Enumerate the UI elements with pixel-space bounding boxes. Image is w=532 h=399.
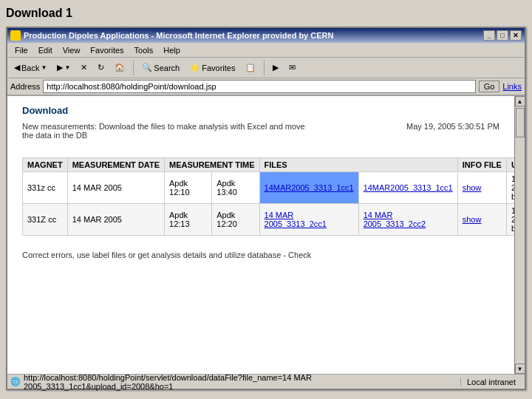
menu-edit[interactable]: Edit bbox=[34, 44, 57, 56]
cell-time-start-2: Apdk 12:13 bbox=[165, 204, 212, 236]
favorites-icon: ⭐ bbox=[190, 63, 200, 72]
cell-files-2[interactable]: 14 MAR 2005_3313_2cc1 bbox=[259, 204, 358, 236]
cell-time-end-2: Apdk 12:20 bbox=[212, 204, 259, 236]
menu-bar: File Edit View Favorites Tools Help bbox=[7, 43, 525, 58]
home-button[interactable]: 🏠 bbox=[111, 61, 129, 75]
cell-magnet-1: 331z cc bbox=[23, 172, 68, 204]
title-bar-left: Production Dipoles Applications - Micros… bbox=[10, 30, 333, 41]
table-row: 331Z cc 14 MAR 2005 Apdk 12:13 Apdk 12:2… bbox=[23, 204, 525, 236]
col-files: FILES bbox=[259, 158, 457, 172]
data-table: MAGNET MEASUREMENT DATE MEASUREMENT TIME… bbox=[22, 157, 525, 236]
favorites-label: Favorites bbox=[202, 64, 235, 72]
menu-tools[interactable]: Tools bbox=[130, 44, 158, 56]
stop-icon: ✕ bbox=[81, 63, 87, 72]
close-button[interactable]: ✕ bbox=[510, 30, 522, 41]
col-meas-time: MEASUREMENT TIME bbox=[165, 158, 260, 172]
title-bar: Production Dipoles Applications - Micros… bbox=[7, 28, 525, 43]
cell-magnet-2: 331Z cc bbox=[23, 204, 68, 236]
browser-icon bbox=[10, 30, 21, 41]
status-icon: 🌐 bbox=[10, 377, 21, 386]
page-subtitle: New measurements: Download the files to … bbox=[22, 122, 309, 140]
refresh-icon: ↻ bbox=[98, 63, 104, 72]
minimize-button[interactable]: _ bbox=[483, 30, 495, 41]
cell-time-end-1: Apdk 13:40 bbox=[212, 172, 259, 204]
cell-time-start-1: Apdk 12:10 bbox=[165, 172, 212, 204]
menu-file[interactable]: File bbox=[10, 44, 33, 56]
menu-favorites[interactable]: Favorites bbox=[86, 44, 128, 56]
status-zone: Local intranet bbox=[460, 378, 522, 386]
title-bar-controls: _ □ ✕ bbox=[483, 30, 522, 41]
status-bar: 🌐 http://localhost:8080/holdingPoint/ser… bbox=[7, 374, 525, 389]
go-button[interactable]: Go bbox=[479, 81, 500, 92]
favorites-button[interactable]: ⭐ Favorites bbox=[186, 61, 239, 75]
history-button[interactable]: 📋 bbox=[242, 61, 259, 75]
back-label: Back bbox=[21, 64, 39, 72]
col-info-file: INFO FILE bbox=[457, 158, 506, 172]
links-label[interactable]: Links bbox=[502, 82, 522, 91]
scroll-down-button[interactable]: ▼ bbox=[515, 364, 525, 374]
maximize-button[interactable]: □ bbox=[497, 30, 508, 41]
content-area: Download New measurements: Download the … bbox=[7, 96, 525, 374]
cell-files2-1[interactable]: 14MAR2005_3313_1cc1 bbox=[358, 172, 457, 204]
menu-help[interactable]: Help bbox=[159, 44, 185, 56]
search-label: Search bbox=[154, 64, 180, 72]
scroll-thumb[interactable] bbox=[516, 108, 525, 137]
page-date: May 19, 2005 5:30:51 PM bbox=[406, 122, 499, 131]
address-input[interactable] bbox=[43, 80, 475, 93]
forward-arrow-icon: ▶ bbox=[57, 63, 63, 72]
col-meas-date: MEASUREMENT DATE bbox=[67, 158, 164, 172]
home-icon: 🏠 bbox=[115, 63, 125, 72]
footer-note: Correct errors, use label files or get a… bbox=[22, 250, 499, 259]
cell-info-2[interactable]: show bbox=[457, 204, 506, 236]
cell-files2-2[interactable]: 14 MAR 2005_3313_2cc2 bbox=[358, 204, 457, 236]
back-arrow-icon: ◀ bbox=[14, 63, 20, 72]
browser-title: Production Dipoles Applications - Micros… bbox=[24, 31, 333, 40]
back-dropdown-icon: ▼ bbox=[41, 64, 47, 71]
toolbar-sep1 bbox=[133, 61, 134, 75]
cell-info-1[interactable]: show bbox=[457, 172, 506, 204]
menu-view[interactable]: View bbox=[58, 44, 85, 56]
forward-dropdown-icon: ▼ bbox=[64, 64, 70, 71]
col-magnet: MAGNET bbox=[23, 158, 68, 172]
page-label: Download 1 bbox=[0, 0, 532, 27]
page-title: Download bbox=[22, 105, 499, 116]
scrollbar[interactable]: ▲ ▼ bbox=[514, 96, 525, 374]
media-button[interactable]: ▶ bbox=[269, 61, 282, 75]
status-url: http://localhost:8080/holdingPoint/servl… bbox=[24, 373, 457, 391]
media-icon: ▶ bbox=[273, 63, 279, 72]
toolbar: ◀ Back ▼ ▶ ▼ ✕ ↻ 🏠 🔍 Search ⭐ Favorites … bbox=[7, 58, 525, 78]
mail-button[interactable]: ✉ bbox=[285, 61, 299, 75]
scroll-up-button[interactable]: ▲ bbox=[515, 96, 525, 106]
address-bar: Address Go Links bbox=[7, 78, 525, 96]
address-label: Address bbox=[10, 82, 40, 91]
cell-date-2: 14 MAR 2005 bbox=[67, 204, 164, 236]
search-icon: 🔍 bbox=[142, 63, 152, 72]
mail-icon: ✉ bbox=[289, 63, 296, 72]
search-button[interactable]: 🔍 Search bbox=[138, 61, 183, 75]
back-button[interactable]: ◀ Back ▼ bbox=[10, 61, 50, 75]
cell-files-1[interactable]: 14MAR2005_3313_1cc1 bbox=[259, 172, 358, 204]
toolbar-sep2 bbox=[264, 61, 265, 75]
table-row: 331z cc 14 MAR 2005 Apdk 12:10 Apdk 13:4… bbox=[23, 172, 525, 204]
cell-date-1: 14 MAR 2005 bbox=[67, 172, 164, 204]
browser-window: Production Dipoles Applications - Micros… bbox=[6, 27, 526, 390]
forward-button[interactable]: ▶ ▼ bbox=[53, 61, 74, 75]
history-icon: 📋 bbox=[245, 63, 256, 72]
stop-button[interactable]: ✕ bbox=[77, 61, 91, 75]
refresh-button[interactable]: ↻ bbox=[94, 61, 108, 75]
table-header-row: MAGNET MEASUREMENT DATE MEASUREMENT TIME… bbox=[23, 158, 525, 172]
page-content: Download New measurements: Download the … bbox=[7, 96, 514, 374]
